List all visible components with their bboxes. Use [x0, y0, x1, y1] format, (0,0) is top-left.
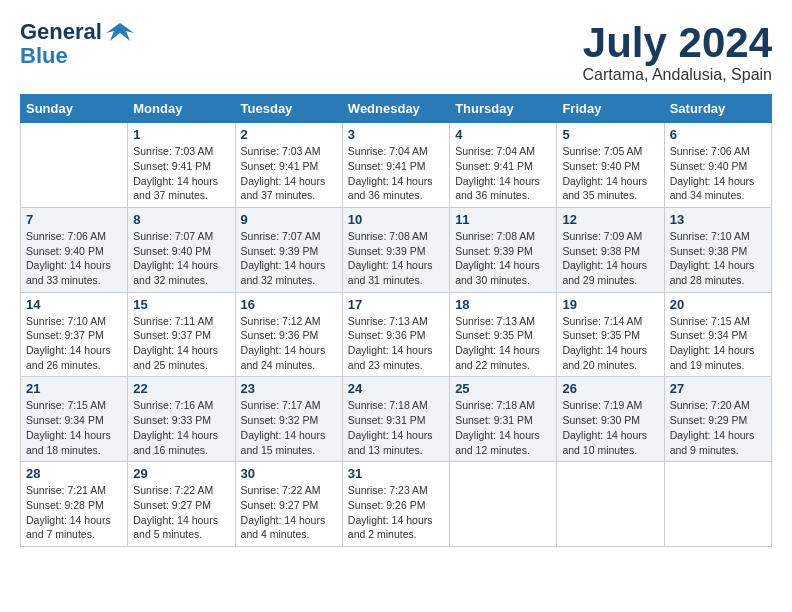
day-info: Sunrise: 7:15 AM Sunset: 9:34 PM Dayligh…: [670, 314, 766, 373]
day-info: Sunrise: 7:08 AM Sunset: 9:39 PM Dayligh…: [455, 229, 551, 288]
calendar-week-3: 14Sunrise: 7:10 AM Sunset: 9:37 PM Dayli…: [21, 292, 772, 377]
calendar-cell: 21Sunrise: 7:15 AM Sunset: 9:34 PM Dayli…: [21, 377, 128, 462]
logo-text-blue: Blue: [20, 44, 68, 68]
calendar-cell: 4Sunrise: 7:04 AM Sunset: 9:41 PM Daylig…: [450, 123, 557, 208]
day-number: 23: [241, 381, 337, 396]
month-title: July 2024: [583, 20, 772, 66]
calendar-cell: 13Sunrise: 7:10 AM Sunset: 9:38 PM Dayli…: [664, 207, 771, 292]
day-number: 3: [348, 127, 444, 142]
day-info: Sunrise: 7:15 AM Sunset: 9:34 PM Dayligh…: [26, 398, 122, 457]
day-number: 16: [241, 297, 337, 312]
day-number: 13: [670, 212, 766, 227]
calendar-cell: 10Sunrise: 7:08 AM Sunset: 9:39 PM Dayli…: [342, 207, 449, 292]
day-info: Sunrise: 7:03 AM Sunset: 9:41 PM Dayligh…: [133, 144, 229, 203]
day-info: Sunrise: 7:19 AM Sunset: 9:30 PM Dayligh…: [562, 398, 658, 457]
calendar-week-4: 21Sunrise: 7:15 AM Sunset: 9:34 PM Dayli…: [21, 377, 772, 462]
day-number: 21: [26, 381, 122, 396]
day-number: 5: [562, 127, 658, 142]
day-info: Sunrise: 7:07 AM Sunset: 9:40 PM Dayligh…: [133, 229, 229, 288]
calendar-week-2: 7Sunrise: 7:06 AM Sunset: 9:40 PM Daylig…: [21, 207, 772, 292]
location: Cartama, Andalusia, Spain: [583, 66, 772, 84]
calendar-cell: 9Sunrise: 7:07 AM Sunset: 9:39 PM Daylig…: [235, 207, 342, 292]
day-number: 30: [241, 466, 337, 481]
calendar-cell: [450, 462, 557, 547]
calendar-week-5: 28Sunrise: 7:21 AM Sunset: 9:28 PM Dayli…: [21, 462, 772, 547]
day-info: Sunrise: 7:07 AM Sunset: 9:39 PM Dayligh…: [241, 229, 337, 288]
calendar-cell: 1Sunrise: 7:03 AM Sunset: 9:41 PM Daylig…: [128, 123, 235, 208]
calendar-cell: 19Sunrise: 7:14 AM Sunset: 9:35 PM Dayli…: [557, 292, 664, 377]
calendar-cell: 8Sunrise: 7:07 AM Sunset: 9:40 PM Daylig…: [128, 207, 235, 292]
calendar-week-1: 1Sunrise: 7:03 AM Sunset: 9:41 PM Daylig…: [21, 123, 772, 208]
day-number: 24: [348, 381, 444, 396]
calendar-cell: 5Sunrise: 7:05 AM Sunset: 9:40 PM Daylig…: [557, 123, 664, 208]
calendar-cell: 17Sunrise: 7:13 AM Sunset: 9:36 PM Dayli…: [342, 292, 449, 377]
day-info: Sunrise: 7:10 AM Sunset: 9:37 PM Dayligh…: [26, 314, 122, 373]
day-info: Sunrise: 7:05 AM Sunset: 9:40 PM Dayligh…: [562, 144, 658, 203]
calendar-cell: 29Sunrise: 7:22 AM Sunset: 9:27 PM Dayli…: [128, 462, 235, 547]
day-number: 12: [562, 212, 658, 227]
calendar-cell: 24Sunrise: 7:18 AM Sunset: 9:31 PM Dayli…: [342, 377, 449, 462]
day-info: Sunrise: 7:22 AM Sunset: 9:27 PM Dayligh…: [133, 483, 229, 542]
day-number: 14: [26, 297, 122, 312]
header-monday: Monday: [128, 95, 235, 123]
calendar-cell: 22Sunrise: 7:16 AM Sunset: 9:33 PM Dayli…: [128, 377, 235, 462]
calendar-cell: 27Sunrise: 7:20 AM Sunset: 9:29 PM Dayli…: [664, 377, 771, 462]
day-info: Sunrise: 7:11 AM Sunset: 9:37 PM Dayligh…: [133, 314, 229, 373]
day-info: Sunrise: 7:08 AM Sunset: 9:39 PM Dayligh…: [348, 229, 444, 288]
calendar-cell: 15Sunrise: 7:11 AM Sunset: 9:37 PM Dayli…: [128, 292, 235, 377]
calendar-cell: 25Sunrise: 7:18 AM Sunset: 9:31 PM Dayli…: [450, 377, 557, 462]
day-info: Sunrise: 7:21 AM Sunset: 9:28 PM Dayligh…: [26, 483, 122, 542]
day-info: Sunrise: 7:13 AM Sunset: 9:36 PM Dayligh…: [348, 314, 444, 373]
day-info: Sunrise: 7:16 AM Sunset: 9:33 PM Dayligh…: [133, 398, 229, 457]
day-info: Sunrise: 7:12 AM Sunset: 9:36 PM Dayligh…: [241, 314, 337, 373]
day-number: 18: [455, 297, 551, 312]
header-friday: Friday: [557, 95, 664, 123]
logo-bird-icon: [106, 21, 134, 43]
calendar-cell: [557, 462, 664, 547]
day-info: Sunrise: 7:09 AM Sunset: 9:38 PM Dayligh…: [562, 229, 658, 288]
calendar-cell: [664, 462, 771, 547]
calendar-cell: 11Sunrise: 7:08 AM Sunset: 9:39 PM Dayli…: [450, 207, 557, 292]
calendar-cell: 18Sunrise: 7:13 AM Sunset: 9:35 PM Dayli…: [450, 292, 557, 377]
calendar-header-row: SundayMondayTuesdayWednesdayThursdayFrid…: [21, 95, 772, 123]
day-info: Sunrise: 7:04 AM Sunset: 9:41 PM Dayligh…: [348, 144, 444, 203]
header-wednesday: Wednesday: [342, 95, 449, 123]
day-number: 7: [26, 212, 122, 227]
logo: General Blue: [20, 20, 134, 68]
calendar-cell: 6Sunrise: 7:06 AM Sunset: 9:40 PM Daylig…: [664, 123, 771, 208]
day-info: Sunrise: 7:04 AM Sunset: 9:41 PM Dayligh…: [455, 144, 551, 203]
day-info: Sunrise: 7:06 AM Sunset: 9:40 PM Dayligh…: [670, 144, 766, 203]
day-number: 15: [133, 297, 229, 312]
day-number: 28: [26, 466, 122, 481]
day-number: 29: [133, 466, 229, 481]
day-info: Sunrise: 7:03 AM Sunset: 9:41 PM Dayligh…: [241, 144, 337, 203]
day-number: 11: [455, 212, 551, 227]
calendar-cell: 14Sunrise: 7:10 AM Sunset: 9:37 PM Dayli…: [21, 292, 128, 377]
header-saturday: Saturday: [664, 95, 771, 123]
day-info: Sunrise: 7:22 AM Sunset: 9:27 PM Dayligh…: [241, 483, 337, 542]
day-number: 10: [348, 212, 444, 227]
day-info: Sunrise: 7:18 AM Sunset: 9:31 PM Dayligh…: [348, 398, 444, 457]
day-number: 17: [348, 297, 444, 312]
day-number: 9: [241, 212, 337, 227]
calendar-cell: 2Sunrise: 7:03 AM Sunset: 9:41 PM Daylig…: [235, 123, 342, 208]
day-number: 31: [348, 466, 444, 481]
calendar-cell: 23Sunrise: 7:17 AM Sunset: 9:32 PM Dayli…: [235, 377, 342, 462]
header-sunday: Sunday: [21, 95, 128, 123]
day-number: 1: [133, 127, 229, 142]
svg-marker-0: [106, 23, 134, 41]
page-header: General Blue July 2024 Cartama, Andalusi…: [20, 20, 772, 84]
header-tuesday: Tuesday: [235, 95, 342, 123]
logo-text-general: General: [20, 20, 102, 44]
day-number: 26: [562, 381, 658, 396]
day-info: Sunrise: 7:23 AM Sunset: 9:26 PM Dayligh…: [348, 483, 444, 542]
calendar-cell: 7Sunrise: 7:06 AM Sunset: 9:40 PM Daylig…: [21, 207, 128, 292]
day-number: 19: [562, 297, 658, 312]
calendar-cell: [21, 123, 128, 208]
calendar-cell: 30Sunrise: 7:22 AM Sunset: 9:27 PM Dayli…: [235, 462, 342, 547]
day-number: 27: [670, 381, 766, 396]
day-number: 25: [455, 381, 551, 396]
calendar-cell: 20Sunrise: 7:15 AM Sunset: 9:34 PM Dayli…: [664, 292, 771, 377]
header-thursday: Thursday: [450, 95, 557, 123]
day-number: 4: [455, 127, 551, 142]
